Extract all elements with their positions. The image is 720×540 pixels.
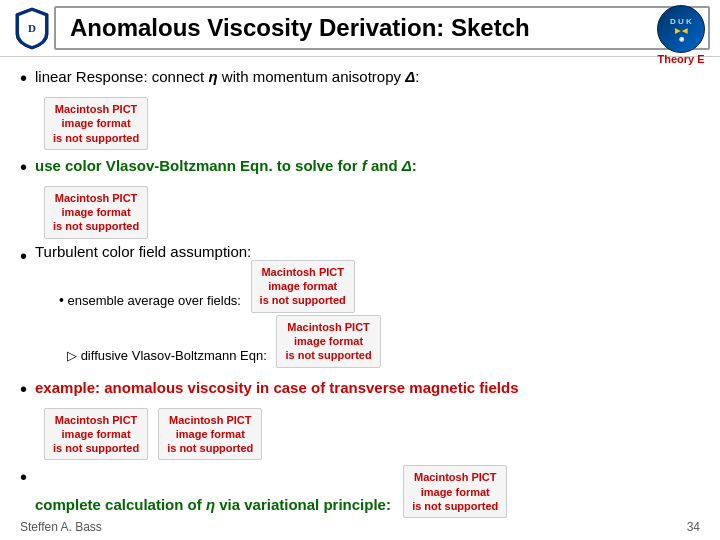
bullet-item-4: • example: anomalous viscosity in case o…: [20, 376, 700, 402]
bullet2-mid: and: [367, 157, 402, 174]
bullet5-prefix: complete calculation of: [35, 496, 206, 513]
img2-line2: image format: [62, 206, 131, 218]
bullet-text-5: complete calculation of η via variationa…: [35, 464, 507, 518]
header: D Anomalous Viscosity Derivation: Sketch…: [0, 0, 720, 57]
image-placeholder-5: Macintosh PICT image format is not suppo…: [403, 465, 507, 518]
footer-author: Steffen A. Bass: [20, 520, 102, 534]
sub-image-2: Macintosh PICT image format is not suppo…: [276, 315, 380, 368]
img1-line2: image format: [62, 117, 131, 129]
content-area: • linear Response: connect η with moment…: [0, 57, 720, 532]
bullet2-prefix: use color Vlasov-Boltzmann Eqn. to solve…: [35, 157, 362, 174]
bullet-dot-3: •: [20, 243, 27, 269]
image-block-2: Macintosh PICT image format is not suppo…: [44, 186, 700, 239]
bullet-text-3: Turbulent color field assumption: • ense…: [35, 243, 381, 370]
bullet-item-1: • linear Response: connect η with moment…: [20, 65, 700, 91]
bullet-dot-4: •: [20, 376, 27, 402]
bullet4-text: example: anomalous viscosity in case of …: [35, 379, 519, 396]
bullet-dot-2: •: [20, 154, 27, 180]
sub-bullet-3-2: ▷ diffusive Vlasov-Boltzmann Eqn: Macint…: [67, 315, 381, 368]
bullet-text-4: example: anomalous viscosity in case of …: [35, 376, 519, 398]
image-placeholder-4b: Macintosh PICT image format is not suppo…: [158, 408, 262, 461]
img2-line3: is not supported: [53, 220, 139, 232]
page-title: Anomalous Viscosity Derivation: Sketch: [70, 14, 530, 41]
bullet-item-2: • use color Vlasov-Boltzmann Eqn. to sol…: [20, 154, 700, 180]
theory-label: Theory E: [657, 53, 704, 65]
bullet-text-2: use color Vlasov-Boltzmann Eqn. to solve…: [35, 154, 417, 176]
theory-badge: D U K ▶ ◀ ◉ Theory E: [650, 4, 712, 66]
sub-image-1: Macintosh PICT image format is not suppo…: [251, 260, 355, 313]
bullet-text-1: linear Response: connect η with momentum…: [35, 65, 419, 87]
bullet1-mid: with momentum anisotropy: [218, 68, 406, 85]
theory-logo: D U K ▶ ◀ ◉ Theory E: [657, 5, 705, 65]
svg-text:D: D: [28, 22, 36, 34]
bullet1-prefix: linear Response: connect: [35, 68, 208, 85]
footer: Steffen A. Bass 34: [20, 520, 700, 534]
title-box: Anomalous Viscosity Derivation: Sketch: [54, 6, 710, 50]
bullet-item-5: • complete calculation of η via variatio…: [20, 464, 700, 518]
image-block-1: Macintosh PICT image format is not suppo…: [44, 97, 700, 150]
img2-line1: Macintosh PICT: [55, 192, 138, 204]
bullet2-suffix: :: [412, 157, 417, 174]
image-block-4: Macintosh PICT image format is not suppo…: [44, 408, 700, 461]
img1-line1: Macintosh PICT: [55, 103, 138, 115]
image-placeholder-2: Macintosh PICT image format is not suppo…: [44, 186, 148, 239]
bullet5-eta: η: [206, 496, 215, 513]
theory-circle: D U K ▶ ◀ ◉: [657, 5, 705, 53]
bullet1-suffix: :: [415, 68, 419, 85]
img1-line3: is not supported: [53, 132, 139, 144]
duke-logo: D: [10, 6, 54, 50]
sub-bullet-3-1: • ensemble average over fields: Macintos…: [59, 260, 381, 313]
bullet2-delta: Δ: [402, 157, 412, 174]
bullet5-mid: via variational principle:: [215, 496, 391, 513]
bullet1-eta: η: [208, 68, 217, 85]
bullet3-text: Turbulent color field assumption:: [35, 243, 251, 260]
bullet1-delta: Δ: [405, 68, 415, 85]
bullet-dot-1: •: [20, 65, 27, 91]
image-placeholder-1: Macintosh PICT image format is not suppo…: [44, 97, 148, 150]
bullet-item-3: • Turbulent color field assumption: • en…: [20, 243, 700, 370]
bullet-dot-5: •: [20, 464, 27, 490]
footer-page: 34: [687, 520, 700, 534]
image-placeholder-4a: Macintosh PICT image format is not suppo…: [44, 408, 148, 461]
